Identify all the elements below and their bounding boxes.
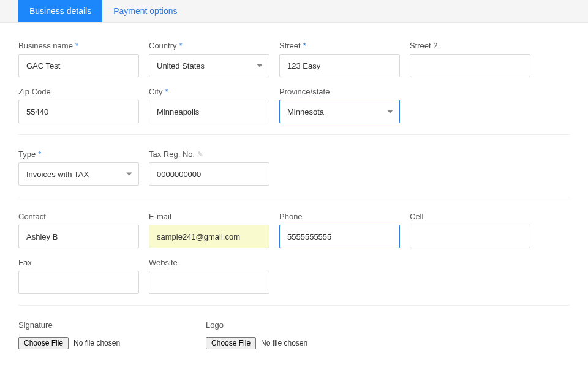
label-country: Country * xyxy=(149,41,270,50)
type-select[interactable]: Invoices with TAX xyxy=(18,162,139,186)
label-province: Province/state xyxy=(279,87,400,96)
label-type: Type * xyxy=(18,149,139,159)
tab-payment-options[interactable]: Payment options xyxy=(102,0,188,22)
label-street2: Street 2 xyxy=(410,41,530,50)
divider xyxy=(18,305,570,306)
street-input[interactable] xyxy=(279,54,400,77)
chevron-down-icon xyxy=(387,110,393,113)
chevron-down-icon xyxy=(257,64,263,67)
country-select[interactable]: United States xyxy=(149,54,270,77)
country-select-value: United States xyxy=(157,61,205,70)
cell-input[interactable] xyxy=(410,225,530,248)
website-input[interactable] xyxy=(149,271,270,294)
business-name-input[interactable] xyxy=(18,54,139,77)
divider xyxy=(18,134,570,135)
tab-bar: Business details Payment options xyxy=(0,0,588,23)
signature-choose-file-button[interactable]: Choose File xyxy=(18,337,69,349)
zip-input[interactable] xyxy=(18,100,139,123)
divider xyxy=(18,197,570,197)
label-signature: Signature xyxy=(18,320,120,330)
street2-input[interactable] xyxy=(410,54,530,77)
contact-input[interactable] xyxy=(18,225,139,248)
chevron-down-icon xyxy=(126,173,132,176)
phone-input[interactable] xyxy=(279,225,400,248)
label-zip: Zip Code xyxy=(18,87,139,96)
label-business-name: Business name * xyxy=(18,41,139,50)
label-website: Website xyxy=(149,258,270,267)
label-contact: Contact xyxy=(18,212,139,221)
logo-file-status: No file chosen xyxy=(261,339,307,347)
tax-reg-input[interactable] xyxy=(149,162,270,186)
tab-business-details[interactable]: Business details xyxy=(18,0,102,22)
province-select-value: Minnesota xyxy=(287,107,324,116)
label-phone: Phone xyxy=(279,212,400,221)
email-input[interactable] xyxy=(149,225,270,248)
fax-input[interactable] xyxy=(18,271,139,294)
pencil-icon[interactable]: ✎ xyxy=(197,150,203,159)
province-select[interactable]: Minnesota xyxy=(279,100,400,123)
city-input[interactable] xyxy=(149,100,270,123)
label-logo: Logo xyxy=(206,320,307,330)
type-select-value: Invoices with TAX xyxy=(26,170,89,179)
label-email: E-mail xyxy=(149,212,270,221)
signature-file-status: No file chosen xyxy=(74,339,120,347)
label-city: City * xyxy=(149,87,270,96)
label-fax: Fax xyxy=(18,258,139,267)
label-cell: Cell xyxy=(410,212,530,221)
label-street: Street * xyxy=(279,41,400,50)
logo-choose-file-button[interactable]: Choose File xyxy=(206,337,256,349)
label-tax-reg: Tax Reg. No. ✎ xyxy=(149,149,270,159)
